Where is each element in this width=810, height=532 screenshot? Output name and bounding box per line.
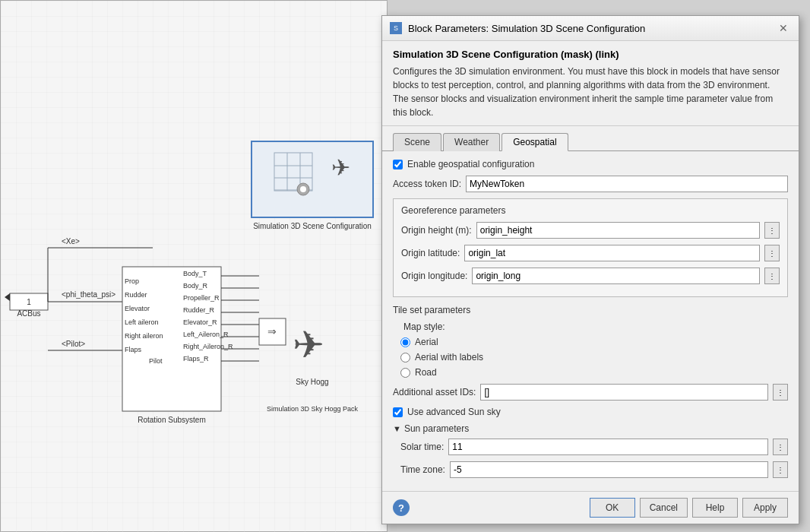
origin-lat-row: Origin latitude: ⋮ [401, 245, 780, 261]
svg-text:Elevator_R: Elevator_R [183, 318, 217, 326]
svg-text:Body_R: Body_R [183, 282, 208, 290]
additional-assets-label: Additional asset IDs: [393, 387, 476, 397]
origin-height-menu-btn[interactable]: ⋮ [764, 222, 780, 239]
dialog-titlebar: S Block Parameters: Simulation 3D Scene … [382, 16, 799, 41]
svg-text:Pilot: Pilot [149, 357, 163, 365]
block-parameters-dialog: S Block Parameters: Simulation 3D Scene … [381, 15, 799, 524]
dialog-app-icon: S [390, 22, 402, 34]
georef-title: Georeference parameters [401, 205, 780, 216]
sun-params-collapse[interactable]: ▼ Sun parameters [393, 423, 788, 434]
access-token-row: Access token ID: [393, 176, 788, 192]
svg-text:S: S [394, 24, 398, 32]
radio-road-label[interactable]: Road [415, 367, 437, 378]
origin-lat-label: Origin latitude: [401, 248, 460, 258]
dialog-body: Simulation 3D Scene Configuration (mask)… [382, 41, 799, 491]
sun-params-label: Sun parameters [404, 423, 469, 434]
tile-set-content: Map style: Aerial Aerial with labels Roa… [393, 321, 788, 378]
dialog-subtitle: Simulation 3D Scene Configuration (mask)… [393, 49, 788, 60]
origin-height-input[interactable] [476, 222, 760, 239]
map-style-label: Map style: [400, 321, 788, 332]
radio-aerial-row: Aerial [400, 337, 788, 347]
enable-geospatial-checkbox[interactable] [393, 160, 403, 169]
enable-geospatial-row: Enable geospatial configuration [393, 159, 788, 169]
use-advanced-sun-label[interactable]: Use advanced Sun sky [407, 407, 501, 417]
svg-text:ACBus: ACBus [17, 309, 40, 318]
cancel-button[interactable]: Cancel [640, 498, 688, 518]
use-advanced-sun-checkbox[interactable] [393, 407, 403, 417]
additional-assets-input[interactable] [480, 384, 768, 401]
radio-aerial-label[interactable]: Aerial [415, 337, 438, 347]
enable-geospatial-label[interactable]: Enable geospatial configuration [407, 159, 534, 169]
radio-road-row: Road [400, 367, 788, 378]
solar-time-label: Solar time: [400, 442, 444, 452]
close-button[interactable]: ✕ [776, 21, 791, 36]
help-icon-circle[interactable]: ? [393, 499, 410, 516]
access-token-label: Access token ID: [393, 179, 461, 189]
svg-text:<Xe>: <Xe> [62, 237, 80, 245]
svg-text:Right aileron: Right aileron [125, 332, 163, 340]
dialog-footer: ? OK Cancel Help Apply [382, 491, 799, 524]
origin-lat-input[interactable] [464, 245, 760, 261]
svg-text:Prop: Prop [125, 277, 139, 285]
radio-road[interactable] [400, 368, 410, 378]
tile-section-label: Tile set parameters [393, 305, 788, 315]
radio-aerial-labels[interactable] [400, 353, 410, 363]
time-zone-row: Time zone: ⋮ [400, 461, 788, 478]
origin-long-row: Origin longitude: ⋮ [401, 268, 780, 284]
origin-long-label: Origin longitude: [401, 271, 467, 281]
svg-text:<phi_theta_psi>: <phi_theta_psi> [62, 290, 115, 299]
svg-point-49 [300, 186, 306, 192]
svg-text:Elevator: Elevator [125, 305, 150, 312]
geospatial-tab-content: Enable geospatial configuration Access t… [382, 151, 799, 491]
svg-text:Rudder: Rudder [125, 291, 147, 299]
collapse-arrow-icon: ▼ [393, 424, 401, 433]
origin-lat-menu-btn[interactable]: ⋮ [764, 245, 780, 261]
tab-weather[interactable]: Weather [443, 133, 500, 151]
svg-text:Rudder_R: Rudder_R [183, 306, 215, 314]
svg-text:<Pilot>: <Pilot> [62, 340, 85, 348]
tab-geospatial[interactable]: Geospatial [502, 133, 568, 151]
svg-text:1: 1 [27, 298, 31, 306]
sun-params-content: Solar time: ⋮ Time zone: ⋮ [393, 439, 788, 478]
svg-text:Rotation Subsystem: Rotation Subsystem [138, 416, 206, 424]
apply-button[interactable]: Apply [742, 498, 788, 518]
svg-text:Left aileron: Left aileron [125, 318, 159, 326]
time-zone-menu-btn[interactable]: ⋮ [773, 461, 788, 478]
svg-text:✈: ✈ [331, 155, 350, 180]
svg-text:Simulation 3D Scene Configurat: Simulation 3D Scene Configuration [253, 222, 372, 230]
svg-text:Flaps_R: Flaps_R [183, 355, 209, 363]
radio-aerial-labels-label[interactable]: Aerial with labels [415, 352, 483, 363]
radio-aerial[interactable] [400, 337, 410, 347]
help-button[interactable]: Help [692, 498, 738, 518]
dialog-description-text: Configures the 3D simulation environment… [393, 65, 788, 119]
origin-long-input[interactable] [472, 268, 760, 284]
solar-time-row: Solar time: ⋮ [400, 439, 788, 455]
tab-scene[interactable]: Scene [393, 133, 441, 151]
svg-text:Sky Hogg: Sky Hogg [296, 378, 328, 386]
dialog-description-area: Simulation 3D Scene Configuration (mask)… [382, 41, 799, 126]
access-token-input[interactable] [466, 176, 788, 192]
tabs-row: Scene Weather Geospatial [382, 126, 799, 151]
svg-text:Body_T: Body_T [183, 270, 207, 277]
simulink-canvas: 1 ACBus <Xe> <phi_theta_psi> <Pilot> Pro… [0, 0, 388, 532]
solar-time-input[interactable] [448, 439, 768, 455]
time-zone-label: Time zone: [400, 464, 445, 475]
georef-group: Georeference parameters Origin height (m… [393, 198, 788, 297]
svg-text:✈: ✈ [293, 324, 324, 366]
additional-assets-menu-btn[interactable]: ⋮ [773, 384, 788, 401]
svg-text:Propeller_R: Propeller_R [183, 294, 220, 302]
time-zone-input[interactable] [450, 461, 768, 478]
origin-height-row: Origin height (m): ⋮ [401, 222, 780, 239]
ok-button[interactable]: OK [590, 498, 635, 518]
svg-text:Flaps: Flaps [125, 346, 142, 353]
titlebar-left: S Block Parameters: Simulation 3D Scene … [390, 22, 645, 34]
additional-assets-row: Additional asset IDs: ⋮ [393, 384, 788, 401]
use-advanced-sun-row: Use advanced Sun sky [393, 407, 788, 417]
svg-text:Simulation 3D Sky Hogg Pack: Simulation 3D Sky Hogg Pack [267, 405, 359, 413]
dialog-title: Block Parameters: Simulation 3D Scene Co… [408, 23, 645, 34]
radio-aerial-labels-row: Aerial with labels [400, 352, 788, 363]
solar-time-menu-btn[interactable]: ⋮ [773, 439, 788, 455]
origin-long-menu-btn[interactable]: ⋮ [764, 268, 780, 284]
svg-text:⇒: ⇒ [267, 325, 277, 337]
origin-height-label: Origin height (m): [401, 225, 472, 236]
